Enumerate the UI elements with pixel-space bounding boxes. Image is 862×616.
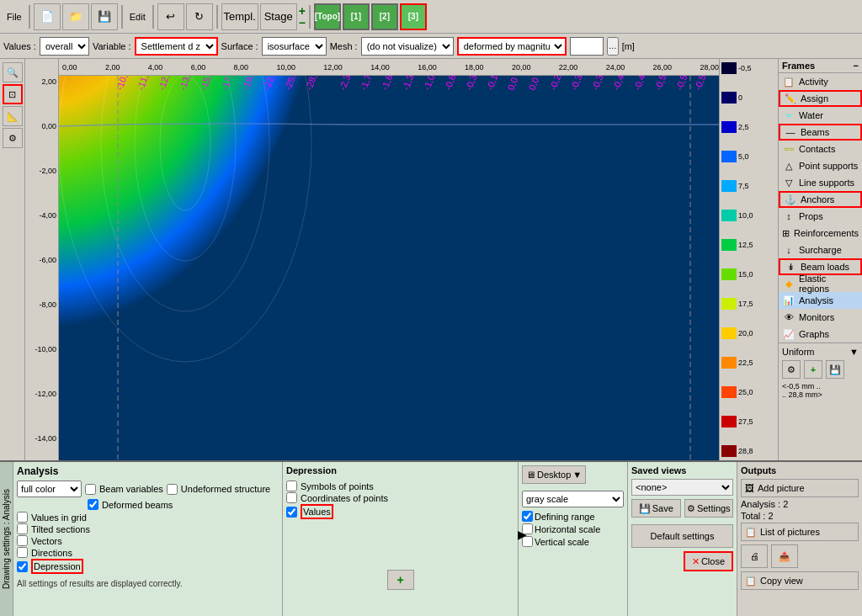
frame-item-reinforcements[interactable]: ⊞ Reinforcements (779, 225, 862, 242)
frame-item-water[interactable]: ≈ Water (779, 107, 862, 124)
frame-item-line-supports[interactable]: ▽ Line supports (779, 174, 862, 191)
deform-select[interactable]: deformed by magnitude (457, 37, 567, 56)
values-grid-cb[interactable] (17, 512, 28, 523)
vectors-cb[interactable] (17, 535, 28, 546)
stage-topo-button[interactable]: [Topo] (314, 3, 341, 30)
save-icon: 💾 (639, 503, 651, 514)
bottom-panel: Drawing settings : Analysis Analysis ful… (0, 460, 862, 616)
directions-cb[interactable] (17, 547, 28, 558)
water-icon: ≈ (782, 110, 795, 120)
frame-item-props[interactable]: ↕ Props (779, 208, 862, 225)
directions-label: Directions (31, 548, 72, 558)
frame-item-analysis[interactable]: 📊 Analysis (779, 292, 862, 309)
export-button[interactable]: 📤 (771, 544, 798, 568)
saved-views-select[interactable]: <none> (631, 479, 733, 496)
symbols-cb[interactable] (286, 481, 297, 491)
edit-menu[interactable]: Edit (126, 12, 149, 22)
depression-cb[interactable] (17, 561, 28, 572)
settings-button[interactable]: ⚙ (3, 128, 23, 148)
stage-button[interactable]: Stage (260, 3, 297, 30)
saved-views-title: Saved views (631, 465, 733, 475)
frame-item-beam-loads[interactable]: ↡ Beam loads (779, 258, 862, 275)
values-dep-row: Values (286, 504, 514, 519)
save-sm-button[interactable]: 💾 (826, 360, 844, 379)
frames-collapse[interactable]: − (854, 61, 859, 71)
save-view-button[interactable]: 💾 Save (631, 499, 681, 518)
legend-val: 20,0 (738, 329, 753, 337)
stage-plusminus[interactable]: + − (299, 5, 306, 29)
surface-label: Surface : (221, 41, 258, 51)
beam-loads-icon: ↡ (784, 262, 797, 272)
frame-item-elastic-regions[interactable]: ◆ Elastic regions (779, 275, 862, 292)
undo-button[interactable]: ↩ (157, 3, 184, 30)
undeformed-cb[interactable] (167, 484, 178, 495)
frame-label: Anchors (801, 194, 834, 204)
tilted-cb[interactable] (17, 523, 28, 534)
redo-button[interactable]: ↻ (186, 3, 213, 30)
variable-select[interactable]: Settlement d z (135, 37, 218, 56)
uniform-row: Uniform ▼ (782, 347, 859, 357)
frame-item-surcharge[interactable]: ↓ Surcharge (779, 242, 862, 258)
open-button[interactable]: 📁 (62, 3, 89, 30)
depression-panel-title: Depression (286, 465, 514, 475)
frame-item-assign[interactable]: ✏️ Assign (779, 90, 862, 107)
scale-dots-button[interactable]: … (607, 37, 619, 56)
symbols-label: Symbols of points (301, 481, 374, 491)
frame-item-point-supports[interactable]: △ Point supports (779, 157, 862, 174)
total-count-row: Total : 2 (741, 511, 859, 521)
copy-icon: 📋 (745, 576, 757, 587)
save-button[interactable]: 💾 (91, 3, 118, 30)
print-button[interactable]: 🖨 (741, 544, 768, 568)
zoom-button[interactable]: 🔍 (3, 62, 23, 82)
drawing-settings-tab[interactable]: Drawing settings : Analysis (0, 462, 13, 616)
settings-sm-button[interactable]: ⚙ (782, 360, 801, 379)
template-button[interactable]: Templ. (221, 3, 258, 30)
mesh-select[interactable]: (do not visualize) (361, 37, 454, 56)
frame-item-anchors[interactable]: ⚓ Anchors (779, 191, 862, 208)
deformed-cb[interactable] (88, 499, 98, 510)
frame-item-monitors[interactable]: 👁 Monitors (779, 309, 862, 326)
file-menu[interactable]: File (3, 12, 25, 22)
values-dep-cb[interactable] (286, 507, 297, 518)
uniform-dropdown-icon[interactable]: ▼ (849, 347, 859, 357)
ruler-button[interactable]: 📐 (3, 106, 23, 126)
tilted-row: Tilted sections (17, 523, 279, 534)
expand-arrow[interactable]: ▶ (518, 528, 527, 541)
x-tick: 12,00 (323, 63, 343, 72)
close-button[interactable]: ✕ Close (684, 551, 733, 571)
stage-minus[interactable]: − (299, 17, 306, 29)
coordinates-cb[interactable] (286, 492, 297, 503)
default-settings-button[interactable]: Default settings (631, 524, 733, 548)
copy-view-button[interactable]: 📋 Copy view (741, 571, 859, 590)
frame-item-beams[interactable]: — Beams (779, 124, 862, 141)
x-tick: 18,00 (465, 63, 484, 72)
graphs-icon: 📈 (782, 329, 795, 339)
list-pictures-button[interactable]: 📋 List of pictures (741, 523, 859, 541)
settings-view-button[interactable]: ⚙ Settings (684, 499, 734, 518)
frame-item-graphs[interactable]: 📈 Graphs (779, 326, 862, 343)
scale-input[interactable] (570, 37, 604, 56)
plus-sm-button[interactable]: + (804, 360, 822, 379)
frame-item-contacts[interactable]: ≈≈ Contacts (779, 141, 862, 157)
defining-range-cb[interactable] (522, 511, 533, 522)
x-tick: 0,00 (62, 63, 77, 72)
color-mode-select[interactable]: full color gray scale black/white (17, 481, 82, 497)
beam-variables-cb[interactable] (85, 484, 96, 495)
stage2-button[interactable]: [2] (371, 3, 398, 30)
select-button[interactable]: ⊡ (3, 84, 23, 104)
add-picture-button[interactable]: 🖼 Add picture (741, 479, 859, 497)
frame-label: Assign (801, 93, 828, 104)
new-button[interactable]: 📄 (34, 3, 61, 30)
scale-select[interactable]: gray scale (522, 491, 624, 507)
values-select[interactable]: overall (40, 37, 89, 56)
desktop-panel: 🖥 Desktop ▼ gray scale Defining range Ho… (519, 462, 628, 616)
legend-val: 25,0 (738, 388, 753, 396)
add-depression-button[interactable]: + (387, 570, 414, 590)
stage-plus[interactable]: + (299, 5, 306, 17)
legend-val: 10,0 (738, 211, 753, 220)
stage1-button[interactable]: [1] (343, 3, 370, 30)
desktop-dropdown-button[interactable]: 🖥 Desktop ▼ (522, 465, 586, 484)
frame-item-activity[interactable]: 📋 Activity (779, 73, 862, 90)
surface-select[interactable]: isosurface (262, 37, 327, 56)
stage3-button[interactable]: [3] (400, 3, 427, 30)
